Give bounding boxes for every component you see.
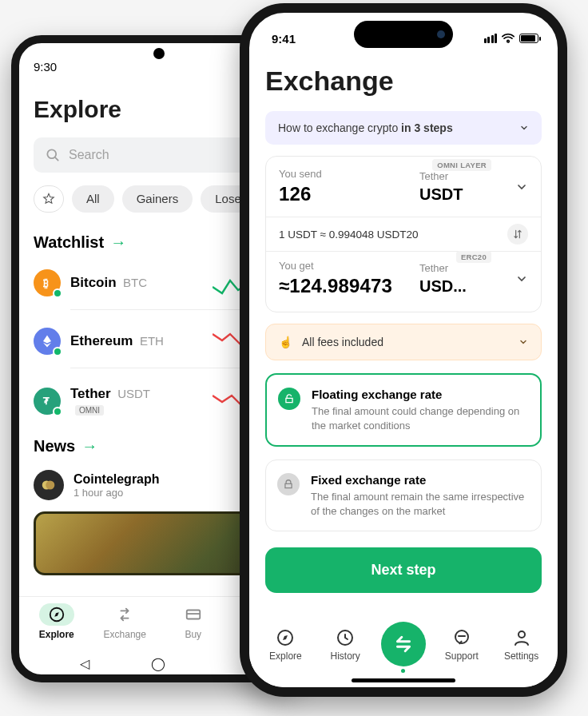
user-icon: [512, 628, 531, 647]
chevron-down-icon: [518, 337, 528, 347]
clock-icon: [336, 628, 355, 647]
send-amount-input[interactable]: 126: [279, 183, 411, 205]
tab-history[interactable]: History: [321, 628, 369, 662]
wifi-icon: [502, 34, 514, 43]
chip-gainers[interactable]: Gainers: [122, 185, 193, 213]
chip-favorites[interactable]: [34, 185, 64, 213]
network-tag: OMNI: [75, 405, 104, 416]
tab-explore[interactable]: Explore: [261, 628, 309, 662]
svg-text:₿: ₿: [42, 277, 49, 289]
chevron-down-icon: [515, 272, 528, 285]
chip-all[interactable]: All: [72, 185, 114, 213]
get-amount: ≈124.989473: [279, 275, 411, 297]
compass-icon: [276, 628, 295, 647]
rate-option-fixed[interactable]: Fixed exchange rate The final amount rem…: [265, 459, 542, 531]
iphone-tab-bar: Explore History Support Settings: [249, 619, 558, 687]
chat-icon: [452, 628, 471, 647]
star-icon: [42, 193, 55, 205]
tether-icon: ₮: [34, 388, 61, 415]
arrow-right-icon: →: [110, 233, 126, 252]
tab-buy[interactable]: Buy: [169, 603, 217, 652]
iphone-frame: 9:41 Exchange How to exchange crypto in …: [240, 3, 567, 697]
send-coin-selector[interactable]: OMNI LAYER Tether USDT: [419, 170, 507, 204]
android-camera-hole: [153, 48, 165, 59]
rate-row: 1 USDT ≈ 0.994048 USDT20: [266, 217, 541, 251]
explore-title: Explore: [34, 96, 121, 123]
pointing-up-emoji: ☝️: [279, 336, 292, 348]
chevron-down-icon: [515, 181, 528, 193]
exchange-io-card: You send 126 OMNI LAYER Tether USDT 1 US…: [265, 156, 542, 312]
android-clock: 9:30: [34, 60, 57, 74]
arrow-right-icon: →: [81, 437, 97, 455]
tab-explore[interactable]: Explore: [33, 603, 81, 652]
swap-direction-button[interactable]: [507, 224, 528, 245]
chevron-down-icon: [519, 123, 529, 133]
tab-exchange[interactable]: Exchange: [101, 603, 149, 652]
compass-icon: [48, 606, 66, 623]
android-home-icon[interactable]: ◯: [151, 656, 165, 671]
ethereum-icon: [34, 328, 61, 355]
iphone-clock: 9:41: [272, 32, 296, 46]
tab-exchange-primary[interactable]: [381, 622, 426, 666]
tab-settings[interactable]: Settings: [498, 628, 546, 662]
next-step-button[interactable]: Next step: [265, 547, 542, 593]
swap-icon: [512, 229, 523, 240]
dynamic-island: [354, 21, 453, 48]
search-placeholder: Search: [69, 148, 109, 162]
tab-support[interactable]: Support: [438, 628, 486, 662]
unlock-icon: [278, 388, 300, 410]
exchange-title: Exchange: [265, 66, 542, 97]
rate-option-floating[interactable]: Floating exchange rate The final amount …: [265, 373, 542, 447]
get-coin-selector[interactable]: ERC20 Tether USD...: [419, 262, 507, 296]
svg-point-13: [518, 631, 525, 638]
card-icon: [185, 606, 202, 623]
android-back-icon[interactable]: ◁: [80, 656, 89, 671]
iphone-home-indicator[interactable]: [352, 678, 455, 682]
you-get-row: You get ≈124.989473 ERC20 Tether USD...: [266, 252, 541, 308]
swap-icon: [393, 634, 414, 654]
svg-text:₮: ₮: [42, 396, 50, 406]
exchange-screen: Exchange How to exchange crypto in 3 ste…: [249, 66, 558, 593]
lock-icon: [277, 473, 300, 495]
search-icon: [45, 147, 61, 163]
news-source-icon: [34, 470, 64, 500]
exchange-icon: [116, 606, 133, 623]
svg-line-1: [55, 157, 58, 161]
bitcoin-icon: ₿: [34, 269, 61, 296]
fees-disclosure[interactable]: ☝️ All fees included: [265, 324, 542, 360]
you-send-row: You send 126 OMNI LAYER Tether USDT: [266, 160, 541, 217]
battery-icon: [519, 34, 538, 43]
svg-point-5: [46, 481, 54, 490]
howto-banner[interactable]: How to exchange crypto in 3 steps: [265, 111, 542, 145]
signal-icon: [484, 34, 498, 43]
